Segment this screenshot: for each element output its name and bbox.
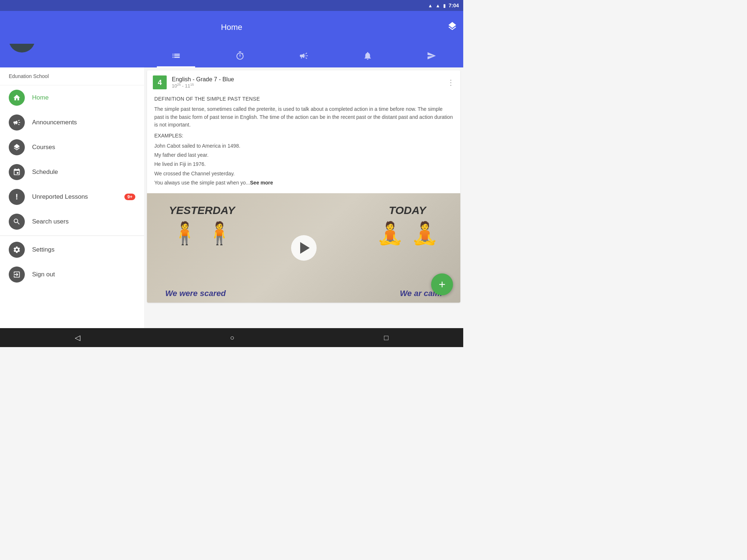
video-left-label: YESTERDAY xyxy=(169,204,235,217)
lesson-body: DEFINITION OF THE SIMPLE PAST TENSE The … xyxy=(147,94,460,193)
tab-list[interactable] xyxy=(144,44,208,67)
examples-label: EXAMPLES: xyxy=(154,133,453,139)
schedule-label: Schedule xyxy=(32,168,58,176)
top-header: Home xyxy=(0,11,463,44)
home-label: Home xyxy=(32,94,49,101)
home-icon xyxy=(9,90,25,106)
courses-icon xyxy=(9,139,25,155)
lesson-time: 1025 - 1115 xyxy=(172,83,442,89)
example-5: You always use the simple past when yo..… xyxy=(154,178,453,187)
see-more-link[interactable]: See more xyxy=(250,180,273,186)
video-right-label: TODAY xyxy=(389,204,426,217)
sidebar-item-courses[interactable]: Courses xyxy=(0,135,144,160)
lesson-title-group: English - Grade 7 - Blue 1025 - 1115 xyxy=(172,76,442,89)
signout-label: Sign out xyxy=(32,271,55,278)
tab-timer[interactable] xyxy=(208,44,272,67)
status-bar: ▲ ▲ ▮ 7:04 xyxy=(0,0,463,11)
example-2: My father died last year. xyxy=(154,151,453,160)
searchusers-label: Search users xyxy=(32,218,69,225)
lesson-heading: DEFINITION OF THE SIMPLE PAST TENSE xyxy=(154,96,453,102)
home-button[interactable]: ○ xyxy=(221,331,243,345)
school-name: Edunation School xyxy=(0,67,144,85)
recent-button[interactable]: □ xyxy=(375,331,397,345)
unreported-badge: 9+ xyxy=(124,194,135,200)
layers-icon[interactable] xyxy=(447,21,457,34)
example-1: John Cabot sailed to America in 1498. xyxy=(154,141,453,151)
tab-announcements[interactable] xyxy=(272,44,336,67)
back-button[interactable]: ◁ xyxy=(66,330,89,345)
lesson-card: 4 English - Grade 7 - Blue 1025 - 1115 ⋮… xyxy=(147,70,460,303)
settings-label: Settings xyxy=(32,246,54,253)
nav-tabs xyxy=(144,44,463,67)
status-time: 7:04 xyxy=(449,3,459,8)
wifi-icon: ▲ xyxy=(428,3,433,8)
fab-add-button[interactable]: + xyxy=(431,273,453,295)
courses-label: Courses xyxy=(32,144,55,151)
lesson-number: 4 xyxy=(153,75,167,89)
sidebar-item-settings[interactable]: Settings xyxy=(0,237,144,262)
lesson-body-text: The simple past tense, sometimes called … xyxy=(154,105,453,129)
tab-messages[interactable] xyxy=(399,44,463,67)
sidebar-item-announcements[interactable]: Announcements xyxy=(0,110,144,135)
search-icon xyxy=(9,214,25,230)
sidebar: SK Sammi Kamel Edunation School Home Ann… xyxy=(0,11,144,328)
sidebar-item-searchusers[interactable]: Search users xyxy=(0,209,144,234)
menu-divider xyxy=(0,236,144,236)
lesson-header: 4 English - Grade 7 - Blue 1025 - 1115 ⋮ xyxy=(147,70,460,94)
video-left-caption: We were scared xyxy=(165,289,226,298)
example-4: We crossed the Channel yesterday. xyxy=(154,169,453,178)
gear-icon xyxy=(9,242,25,258)
video-thumbnail: YESTERDAY 🧍 🧍 ✋ TODAY xyxy=(147,193,460,303)
main-content: 4 English - Grade 7 - Blue 1025 - 1115 ⋮… xyxy=(144,67,463,328)
play-button[interactable] xyxy=(291,235,317,261)
example-3: He lived in Fiji in 1976. xyxy=(154,160,453,169)
unreported-label: Unreported Lessons xyxy=(32,193,88,201)
more-options-icon[interactable]: ⋮ xyxy=(447,78,454,87)
tab-notifications[interactable] xyxy=(336,44,399,67)
page-title: Home xyxy=(35,23,428,32)
bottom-nav: ◁ ○ □ xyxy=(0,328,463,347)
exclamation-icon: ! xyxy=(9,189,25,205)
sidebar-item-home[interactable]: Home xyxy=(0,85,144,110)
sidebar-item-unreported[interactable]: ! Unreported Lessons 9+ xyxy=(0,184,144,209)
calendar-icon xyxy=(9,164,25,180)
sidebar-item-signout[interactable]: Sign out xyxy=(0,262,144,287)
lesson-title: English - Grade 7 - Blue xyxy=(172,76,442,83)
sidebar-item-schedule[interactable]: Schedule xyxy=(0,160,144,184)
exit-icon xyxy=(9,267,25,283)
signal-icon: ▲ xyxy=(436,3,440,8)
announcements-label: Announcements xyxy=(32,119,77,126)
battery-icon: ▮ xyxy=(443,3,446,8)
megaphone-icon xyxy=(9,114,25,131)
